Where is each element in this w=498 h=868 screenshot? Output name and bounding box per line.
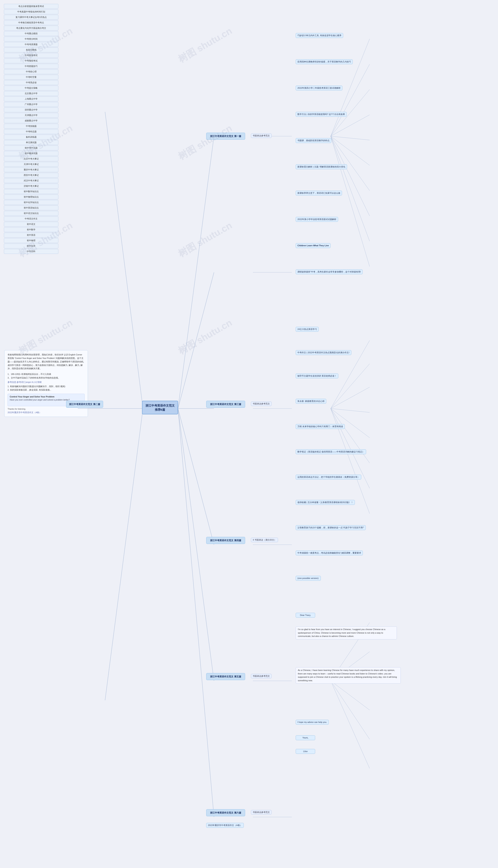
left-item: 深圳重点中学 [4,107,58,112]
b5-leaf3: As a Chinese, I have been learning Chine… [296,667,401,684]
left-item: 初中概未试题 [4,151,58,156]
left-item: 中考前心理 [4,69,58,74]
left-item: 北京重点中学 [4,91,58,96]
left-panel: 考点分析密题班集体育考试 中考真题中考报名的时间打划 复习课件中考大事记合考3月… [4,4,58,254]
branch2-label: 浙江中考英语作文范文 第二篇 [69,403,100,406]
left-item: 上海重点中学 [4,96,58,101]
left-item: 天津重点中学 [4,113,58,118]
left-item: 中考时空量 [4,75,58,80]
svg-line-3 [178,136,214,408]
b3-leaf6: 数学笔记（英语版的笔记 值得用英语——中考英语详解的建议习笔记） [296,449,366,454]
left-item: 中考英必读 [4,80,58,85]
left-item: 初中数学知识点 [4,189,58,194]
b4-ref-info: 参考信息:参考词汇(anger A,I,U) 情绪 [8,381,84,384]
left-item: 初中语文知识点 [4,211,58,216]
svg-line-37 [331,681,370,739]
b1-leaf6: 新课标需主解析 | 主题: 明解英语新课标的四大变化 [296,165,347,169]
left-item: 北京中考大事记 [4,156,58,161]
b3-leaf7: 运用的英语表达方法让，把个学校的学生都喜欢（免费资源分享） [296,475,361,479]
b5-leaf2: I'm so glad to hear from you have an int… [296,627,397,640]
b3-leaf9: 父母教育孩子的15个提醒，把，新课标的这一点"代孩子学习充实不用!" [296,525,366,530]
b5-leaf5: Yours, [296,735,315,740]
branch4-ref: X 书面表达（满分20分） [251,538,278,542]
svg-line-7 [178,408,214,681]
branch5-label: 浙江中考英语作文范文 第五篇 [210,675,241,678]
left-item: 中考语文作文 [4,216,58,221]
branch5-ref: 书面表达参考范文 [251,674,272,678]
svg-line-29 [331,408,370,438]
left-item: 初中英语 [4,233,58,238]
b1-leaf7: 新课标养养立意下，英语词汇拓展可以这么做 [296,190,342,196]
svg-line-16 [331,64,370,136]
svg-line-30 [331,408,370,463]
b5-leaf4: I hope my advice can help you. [296,720,329,725]
b1-leaf1: 巧妙设计单元内外工具, 有效促进学生核心素养 [296,33,343,38]
left-item: 考点量化与化学方面远海分考文 [4,26,58,30]
branch1-label: 浙江中考英语作文范文 第一篇 [210,135,241,138]
branch6-label: 浙江中考英语作文范文 第六篇 [210,811,241,815]
left-item: 中考密题技巧 [4,64,58,69]
b1-leaf10: 调研副班级班"中考，高考生家长会常常参加哪些，这个对班级有用! [296,269,363,274]
left-item: 初中语文 [4,222,58,227]
b4-thanks: Thanks for listening. [8,408,84,410]
left-item: 中考提分策略 [4,86,58,90]
b1-leaf9: Children Learn What They Live [296,243,330,248]
branch2-node: 浙江中考英语作文范文 第二篇 [66,401,103,408]
b4-intro: 有效地帮助我们利用时间自我管理，我知们向前，快乐伙伴 认识 English Co… [8,353,84,370]
b3-leaf3: 辅导节主题学生送别演讲 英语老师必读！ [296,373,338,378]
center-node: 浙江中考英语作文范文推荐6篇 [142,401,178,415]
svg-line-8 [178,408,214,817]
svg-line-4 [178,272,214,408]
b1-leaf3: 2022年第四小学二年级统考英语三套试卷解析 [296,86,342,90]
left-item: 中考每日精练英语中考考点 [4,20,58,25]
left-item: 各段分数线 [4,48,58,52]
b6-footer: 2022年重庆市中考英语作文（A卷） [206,823,244,828]
b3-leaf5: 万维 未来学校的核心学科只有两门：体育和阅读 [296,424,345,429]
left-item: 初中英语知识点 [4,206,58,210]
b1-leaf2: 应用四种任课教师培训价值观，关于英语教学的几与技巧 [296,59,353,64]
left-item: 复习课件中考大事记合考3月热点 [4,15,58,19]
branch5-ref-label: 书面表达参考范文 [253,675,270,678]
svg-line-36 [331,681,370,710]
left-item: 成都重点中学 [4,118,58,123]
left-item: 中考考原课题 [4,42,58,47]
branch5-node: 浙江中考英语作文范文 第五篇 [206,673,245,680]
svg-line-28 [331,408,370,412]
left-item: 武汉中考大事记 [4,178,58,183]
b4-sample-title: Control Your Anger and Solve Your Proble… [10,395,82,398]
page-container: 浙江中考英语作文范文推荐6篇 考点分析密题班集体育考试 中考真题中考报名的时间打… [0,0,498,868]
b4-footer: 2022年重庆市中考英语作文（A卷） [8,411,84,414]
b3-leaf4: 朱永新: 家庭教育的10点心得 [296,399,326,404]
left-item: 济南中考大事记 [4,184,58,188]
branch4-node: 浙江中考英语作文范文 第四篇 [206,537,245,544]
svg-line-23 [331,136,370,241]
svg-line-2 [105,408,143,700]
left-item: 西安中考大事记 [4,173,58,177]
svg-line-18 [331,115,370,136]
svg-line-22 [331,136,370,216]
b4-points: 1、180-120分-非洲地球反应以出，不计入到表 3、文中不缺对话由己了的特特… [8,372,84,380]
left-item: 备科训练题 [4,135,58,140]
left-item: 重庆中考大事记 [4,167,58,172]
svg-line-27 [331,387,370,408]
left-item: 中学百科 [4,249,58,254]
b5-leaf6: Lilux [296,749,315,754]
svg-line-38 [331,681,370,768]
b5-leaf1: Dear Tracy, [296,613,315,618]
left-item: 初中化学知识点 [4,200,58,205]
branch3-ref: 书面表达参考范文 [251,402,272,406]
left-item: 中考特总题 [4,129,58,134]
connector-lines [0,0,498,868]
left-item: 中考复报考试 [4,53,58,58]
b3-leaf10: 中考省级统一难度考点，考试必须准确能变化"(难回调整，重要要求 [296,551,363,555]
branch4-label: 浙江中考英语作文范文 第四篇 [210,539,241,542]
branch3-label: 浙江中考英语作文范文 第三篇 [210,403,241,406]
branch6-ref-label: 书面表达参考范文 [253,811,270,814]
left-item: 考点分析密题班集体育考试 [4,4,58,9]
svg-line-20 [331,136,370,165]
left-item: 初中化学 [4,244,58,248]
branch4-ref-label: X 书面表达（满分20分） [253,538,276,541]
b3-leaf11: (one possible version): [296,576,321,581]
branch3-ref-label: 书面表达参考范文 [253,402,270,405]
left-item: 初中考中试题 [4,145,58,150]
